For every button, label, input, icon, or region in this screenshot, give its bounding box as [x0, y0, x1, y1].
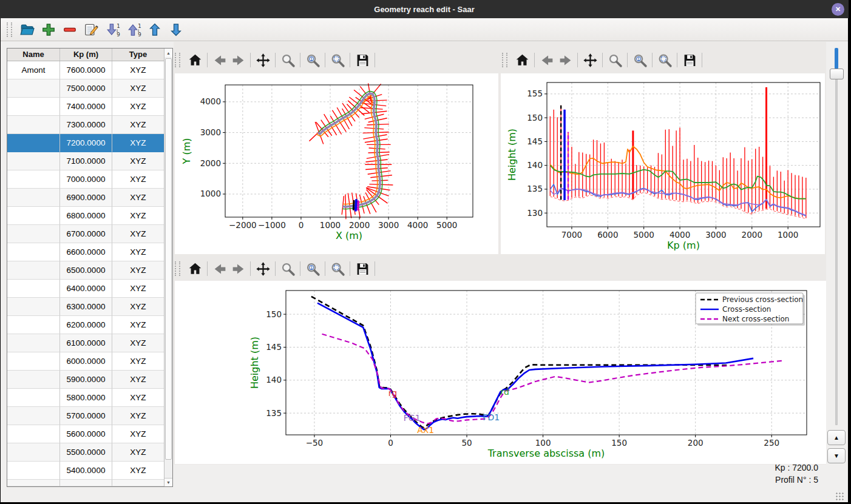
title-bar: Geometry reach edit - Saar ✕	[0, 0, 849, 18]
back-icon	[212, 53, 228, 68]
toolbar-drag-handle[interactable]	[175, 261, 180, 276]
svg-text:9: 9	[138, 31, 141, 37]
column-header-name[interactable]: Name	[7, 49, 60, 61]
table-row[interactable]: 5700.0000XYZ	[7, 407, 164, 425]
forward-icon	[231, 261, 246, 277]
table-cell: 7100.0000	[60, 152, 112, 170]
toolbar-separator	[325, 53, 325, 67]
table-row[interactable]: 5400.0000XYZ	[7, 462, 164, 480]
zoom-button[interactable]	[279, 51, 297, 69]
table-row[interactable]: 7500.0000XYZ	[7, 79, 164, 98]
table-row[interactable]: Amont7600.0000XYZ	[7, 61, 164, 79]
table-row[interactable]: 5500.0000XYZ	[7, 443, 164, 462]
zoom-rect-button[interactable]	[328, 51, 347, 69]
sort-descending-button[interactable]: 19	[124, 20, 143, 39]
forward-icon	[558, 53, 573, 68]
home-button[interactable]	[513, 51, 531, 69]
plan-view-toolbar: 1	[175, 49, 497, 71]
table-row[interactable]: 6200.0000XYZ	[7, 316, 164, 334]
column-header-type[interactable]: Type	[112, 49, 164, 61]
table-row[interactable]: 7100.0000XYZ	[7, 152, 164, 170]
zoom-button[interactable]	[279, 260, 297, 278]
table-row[interactable]: 7300.0000XYZ	[7, 116, 164, 134]
svg-text:9: 9	[117, 31, 120, 37]
table-row[interactable]: 6400.0000XYZ	[7, 280, 164, 298]
svg-text:2000: 2000	[742, 230, 762, 240]
table-row[interactable]: 6800.0000XYZ	[7, 207, 164, 225]
pan-button[interactable]	[581, 51, 599, 69]
save-button[interactable]	[680, 51, 699, 69]
slider-groove[interactable]	[835, 48, 838, 425]
close-button[interactable]: ✕	[832, 3, 844, 16]
add-button[interactable]	[39, 20, 58, 39]
table-row[interactable]: 6600.0000XYZ	[7, 243, 164, 261]
save-button[interactable]	[353, 260, 371, 278]
forward-button[interactable]	[556, 51, 574, 69]
sort-ascending-button[interactable]: 19	[103, 20, 122, 39]
previous-profile-button[interactable]: ▲	[827, 430, 846, 445]
zoom-rect-button[interactable]	[328, 260, 347, 278]
table-row[interactable]: 5900.0000XYZ	[7, 371, 164, 389]
table-row[interactable]: 6300.0000XYZ	[7, 298, 164, 316]
next-profile-button[interactable]: ▼	[827, 448, 846, 463]
table-row[interactable]: 6100.0000XYZ	[7, 334, 164, 352]
table-scrollbar[interactable]: ▲ ▼	[164, 49, 172, 486]
move-up-button[interactable]	[145, 20, 164, 39]
zoom-rect-button[interactable]	[656, 51, 674, 69]
scroll-down-button[interactable]: ▼	[164, 478, 172, 486]
profile-slider-area	[825, 42, 848, 466]
zoom-mark-button[interactable]: 1	[303, 51, 322, 69]
table-row[interactable]: 6500.0000XYZ	[7, 261, 164, 280]
toolbar-separator	[300, 53, 300, 67]
window-title: Geometry reach edit - Saar	[374, 5, 474, 14]
profile-view-canvas[interactable]: 7000600050004000300020001000130135140145…	[501, 73, 825, 254]
zoom-mark-button[interactable]: 1	[303, 260, 322, 278]
arrow-down-icon	[168, 22, 184, 38]
open-button[interactable]	[18, 20, 37, 39]
save-button[interactable]	[353, 51, 371, 69]
zoom-button[interactable]	[606, 51, 624, 69]
scrollbar-track[interactable]	[164, 57, 172, 478]
scroll-up-button[interactable]: ▲	[164, 49, 172, 57]
table-cell	[7, 116, 60, 134]
back-button[interactable]	[538, 51, 556, 69]
home-button[interactable]	[186, 51, 204, 69]
zoom-mark-button[interactable]: 1	[631, 51, 649, 69]
table-row[interactable]: 6700.0000XYZ	[7, 225, 164, 243]
back-button[interactable]	[211, 51, 229, 69]
table-row[interactable]: 6000.0000XYZ	[7, 352, 164, 371]
delete-button[interactable]	[60, 20, 80, 39]
edit-button[interactable]	[81, 20, 101, 39]
table-row[interactable]: 7000.0000XYZ	[7, 170, 164, 189]
table-row[interactable]: 5600.0000XYZ	[7, 425, 164, 443]
forward-button[interactable]	[229, 51, 247, 69]
toolbar-separator	[275, 53, 276, 67]
slider-handle[interactable]	[830, 69, 844, 79]
toolbar-drag-handle[interactable]	[175, 53, 180, 67]
table-cell: 5600.0000	[60, 425, 112, 443]
back-button[interactable]	[211, 260, 229, 278]
resize-grip[interactable]	[835, 492, 844, 500]
scrollbar-thumb[interactable]	[165, 58, 172, 460]
plan-view-canvas[interactable]: −2000−1000010002000300040005000100020003…	[175, 73, 498, 254]
table-row[interactable]: 7200.0000XYZ	[7, 134, 164, 152]
table-cell: XYZ	[112, 389, 164, 407]
toolbar-drag-handle[interactable]	[7, 22, 12, 37]
column-header-kp[interactable]: Kp (m)	[60, 49, 112, 61]
table-cell: 6000.0000	[60, 352, 112, 371]
home-button[interactable]	[186, 260, 204, 278]
pan-button[interactable]	[254, 51, 272, 69]
move-down-button[interactable]	[166, 20, 186, 39]
toolbar-separator	[207, 53, 208, 67]
table-body: Amont7600.0000XYZ7500.0000XYZ7400.0000XY…	[7, 61, 164, 486]
forward-button[interactable]	[229, 260, 247, 278]
table-row[interactable]: 6900.0000XYZ	[7, 189, 164, 207]
table-cell: XYZ	[112, 316, 164, 334]
pan-button[interactable]	[254, 260, 272, 278]
svg-text:50: 50	[461, 438, 472, 448]
toolbar-drag-handle[interactable]	[502, 53, 507, 67]
cross-section-canvas[interactable]: −50050100150200250135140145150Transverse…	[175, 281, 826, 464]
table-row[interactable]: 7400.0000XYZ	[7, 98, 164, 116]
table-row[interactable]: 5800.0000XYZ	[7, 389, 164, 407]
svg-text:4000: 4000	[407, 220, 428, 230]
